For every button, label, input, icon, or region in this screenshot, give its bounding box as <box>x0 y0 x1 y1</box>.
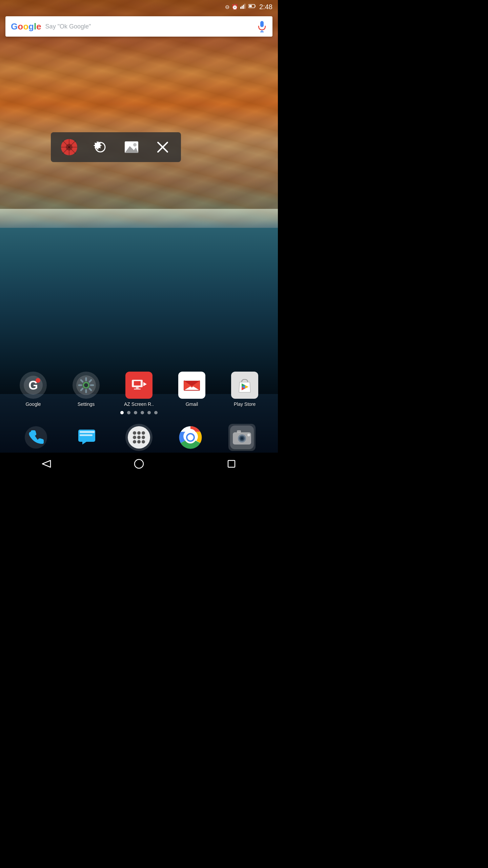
battery-icon <box>248 4 256 10</box>
svg-line-32 <box>81 380 83 382</box>
page-indicator <box>0 411 278 414</box>
app-play-store[interactable]: Play Store <box>223 372 267 407</box>
settings-app-icon[interactable] <box>73 372 100 399</box>
svg-rect-2 <box>243 5 244 9</box>
back-button[interactable] <box>38 455 55 472</box>
navigation-bar <box>0 453 278 475</box>
recents-button[interactable] <box>223 455 240 472</box>
svg-point-67 <box>142 440 145 443</box>
svg-rect-55 <box>80 431 95 433</box>
svg-rect-7 <box>260 21 264 27</box>
svg-rect-76 <box>237 430 241 433</box>
svg-marker-57 <box>82 442 86 445</box>
google-search-bar[interactable]: G o o g l e Say "Ok Google" <box>5 16 272 37</box>
do-not-disturb-icon: ⊖ <box>225 4 229 10</box>
svg-rect-1 <box>242 6 243 9</box>
svg-line-33 <box>89 389 91 390</box>
az-screen-app-label: AZ Screen R.. <box>124 401 154 407</box>
app-settings[interactable]: Settings <box>64 372 108 407</box>
app-az-screen[interactable]: AZ Screen R.. <box>117 372 161 407</box>
play-store-app-label: Play Store <box>234 401 256 407</box>
bottom-dock <box>0 424 278 451</box>
svg-marker-78 <box>42 460 50 467</box>
svg-line-35 <box>81 389 83 390</box>
svg-point-59 <box>133 431 136 435</box>
svg-rect-41 <box>134 389 141 390</box>
svg-point-27 <box>84 383 88 387</box>
chrome-app[interactable] <box>177 424 204 451</box>
status-time: 2:48 <box>259 3 272 11</box>
gmail-app-icon[interactable] <box>178 372 205 399</box>
app-google[interactable]: G Google <box>11 372 55 407</box>
google-app-icon[interactable]: G <box>20 372 47 399</box>
messages-app[interactable] <box>74 424 101 451</box>
signal-icon <box>240 3 246 10</box>
svg-rect-6 <box>249 5 252 7</box>
svg-point-61 <box>142 431 145 435</box>
svg-point-64 <box>142 436 145 439</box>
svg-rect-56 <box>80 434 93 436</box>
svg-point-24 <box>36 378 40 383</box>
svg-point-79 <box>135 459 143 468</box>
home-button[interactable] <box>130 455 147 472</box>
close-icon[interactable] <box>152 137 173 157</box>
google-logo: G o o g l e <box>11 22 41 31</box>
page-dot-3[interactable] <box>134 411 137 414</box>
app-gmail[interactable]: Gmail <box>170 372 214 407</box>
svg-rect-3 <box>244 4 245 9</box>
svg-point-65 <box>133 440 136 443</box>
microphone-icon[interactable] <box>257 21 267 32</box>
app-drawer-button[interactable] <box>125 424 152 451</box>
page-dot-1[interactable] <box>120 411 124 414</box>
svg-rect-5 <box>255 5 256 7</box>
wallpaper-settings-icon[interactable] <box>90 137 110 157</box>
status-bar: ⊖ ⏰ 2:48 <box>0 0 278 14</box>
alarm-icon: ⏰ <box>231 4 238 10</box>
page-dot-6[interactable] <box>154 411 158 414</box>
svg-rect-0 <box>240 7 241 9</box>
app-grid: G Google <box>0 372 278 407</box>
gmail-app-label: Gmail <box>186 401 198 407</box>
svg-point-75 <box>241 437 243 440</box>
svg-line-34 <box>89 380 91 382</box>
play-store-app-icon[interactable] <box>231 372 258 399</box>
svg-point-77 <box>247 434 250 436</box>
gallery-icon[interactable] <box>121 137 142 157</box>
page-dot-5[interactable] <box>147 411 151 414</box>
az-screen-app-icon[interactable] <box>125 372 152 399</box>
camera-app[interactable] <box>228 424 256 451</box>
svg-rect-40 <box>136 387 139 389</box>
settings-app-label: Settings <box>78 401 95 407</box>
search-placeholder: Say "Ok Google" <box>45 23 257 30</box>
svg-point-63 <box>137 436 141 439</box>
svg-point-62 <box>133 436 136 439</box>
wallpaper-options-popup <box>51 132 181 162</box>
svg-point-60 <box>137 431 141 435</box>
svg-rect-38 <box>134 381 141 386</box>
page-dot-2[interactable] <box>127 411 130 414</box>
camera-shutter-icon[interactable] <box>59 137 79 157</box>
phone-app[interactable] <box>22 424 49 451</box>
svg-point-66 <box>137 440 141 443</box>
page-dot-4[interactable] <box>141 411 144 414</box>
svg-point-19 <box>133 143 137 146</box>
svg-point-70 <box>187 434 194 440</box>
google-app-label: Google <box>25 401 41 407</box>
svg-rect-80 <box>228 460 235 467</box>
wallpaper-ocean <box>0 228 278 394</box>
